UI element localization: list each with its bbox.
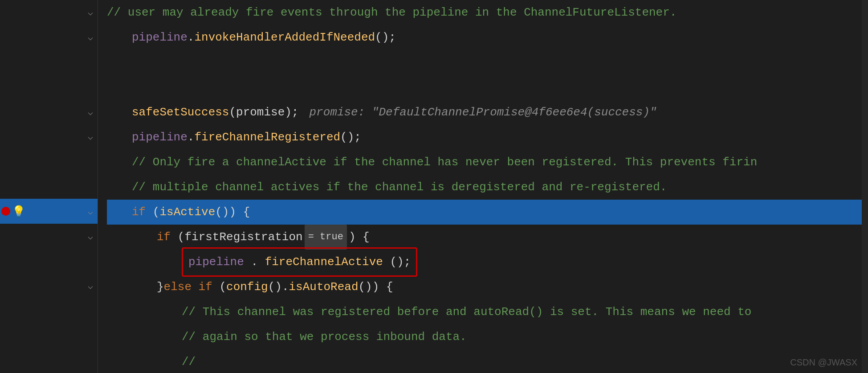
gutter-line-15 (27, 348, 98, 373)
gutter-left-line-3 (0, 50, 27, 75)
line9-if: if (132, 200, 146, 225)
line12-config: config (226, 275, 268, 299)
gutter-line-8 (27, 174, 98, 199)
gutter-left-line-4 (0, 74, 27, 99)
gutter-left-line-10 (0, 224, 27, 249)
gutter-line-10: ⌵ (27, 224, 98, 249)
gutter-line-11 (27, 249, 98, 274)
line6-dot: . (187, 125, 195, 150)
code-line-3 (107, 50, 868, 75)
red-dot-icon (1, 207, 10, 216)
code-content: // user may already fire events through … (98, 0, 868, 373)
gutter-line-14 (27, 323, 98, 348)
gutter-line-2: ⌵ (27, 25, 98, 50)
fold-arrow-12[interactable]: ⌵ (88, 280, 93, 291)
line6-method: fireChannelRegistered (194, 125, 340, 150)
code-line-7: // Only fire a channelActive if the chan… (107, 150, 868, 175)
gutter-left-line-11 (0, 249, 27, 274)
code-line-8: // multiple channel actives if the chann… (107, 175, 868, 200)
code-line-4 (107, 75, 868, 100)
vertical-scrollbar[interactable] (862, 0, 868, 373)
gutter-line-3 (27, 50, 98, 75)
line7-comment: // Only fire a channelActive if the chan… (132, 150, 757, 175)
code-line-6: pipeline . fireChannelRegistered (); (107, 125, 868, 150)
code-line-13: // This channel was registered before an… (107, 299, 868, 324)
line2-method: invokeHandlerAddedIfNeeded (194, 25, 375, 50)
line12-paren1: ( (212, 275, 226, 299)
line2-paren: (); (375, 25, 396, 50)
gutter-left-icons: 💡 (0, 0, 27, 373)
code-line-14: // again so that we process inbound data… (107, 324, 868, 349)
code-line-12: } else if ( config (). isAutoRead ()) { (107, 275, 868, 299)
line2-pipeline: pipeline (132, 25, 187, 50)
fold-arrow-1[interactable]: ⌵ (88, 7, 93, 18)
code-line-10: if (firstRegistration = true ) { (107, 225, 868, 250)
fold-arrow-6[interactable]: ⌵ (88, 131, 93, 142)
fold-arrow-2[interactable]: ⌵ (88, 32, 93, 43)
fire-channel-active-box: pipeline . fireChannelActive (); (182, 247, 417, 277)
line11-method: fireChannelActive (265, 255, 383, 269)
fold-arrow-9[interactable]: ⌵ (88, 206, 93, 217)
line11-pipeline: pipeline (188, 255, 244, 269)
gutter-left-line-15 (0, 348, 27, 373)
line10-if: if (157, 225, 171, 250)
line12-brace: } (157, 275, 164, 299)
code-area: // user may already fire events through … (98, 0, 868, 373)
gutter-left-line-6 (0, 124, 27, 149)
line9-paren2: ()) { (215, 200, 250, 225)
code-line-11: pipeline . fireChannelActive (); (107, 250, 868, 275)
line11-paren: (); (390, 255, 411, 269)
gutter-line-13 (27, 299, 98, 324)
line13-comment: // This channel was registered before an… (182, 299, 751, 324)
gutter-left-line-7 (0, 149, 27, 174)
line1-comment: // user may already fire events through … (107, 0, 676, 25)
code-line-2: pipeline . invokeHandlerAddedIfNeeded ()… (107, 25, 868, 50)
line8-comment: // multiple channel actives if the chann… (132, 175, 667, 200)
code-line-9: if ( isActive ()) { (107, 200, 868, 225)
line10-paren2: ) { (349, 225, 370, 250)
gutter-left-line-5 (0, 99, 27, 124)
fold-arrow-10[interactable]: ⌵ (88, 231, 93, 242)
line10-paren1: (firstRegistration (171, 225, 302, 250)
line6-pipeline: pipeline (132, 125, 187, 150)
gutter-left-line-14 (0, 323, 27, 348)
line14-comment: // again so that we process inbound data… (182, 324, 467, 349)
code-line-15: // (107, 349, 868, 373)
watermark: CSDN @JWASX (790, 357, 857, 368)
gutter-line-12: ⌵ (27, 274, 98, 299)
gutter-left-line-8 (0, 174, 27, 199)
gutter-line-4 (27, 74, 98, 99)
line12-isautoread: isAutoRead (289, 275, 358, 299)
line12-dot1: (). (268, 275, 289, 299)
line10-inline-value: = true (305, 225, 347, 250)
line9-paren1: ( (146, 200, 159, 225)
line2-dot: . (187, 25, 195, 50)
line12-paren2: ()) { (359, 275, 393, 299)
code-line-1: // user may already fire events through … (107, 0, 868, 25)
line5-method: safeSetSuccess (132, 100, 229, 125)
line11-dot: . (251, 255, 258, 269)
line9-method: isActive (159, 200, 215, 225)
gutter-left-line-12 (0, 274, 27, 299)
gutter-left-line-1 (0, 0, 27, 25)
line15-comment: // (182, 349, 196, 373)
gutter-line-6: ⌵ (27, 124, 98, 149)
gutter-left-line-13 (0, 299, 27, 324)
line6-paren: (); (340, 125, 361, 150)
line5-paren: (promise); (229, 100, 298, 125)
editor-container: 💡 ⌵ ⌵ ⌵ ⌵ ⌵ ⌵ ⌵ (0, 0, 868, 373)
gutter-line-5: ⌵ (27, 99, 98, 124)
gutter-line-7 (27, 149, 98, 174)
gutter-left-line-2 (0, 25, 27, 50)
gutter-line-1: ⌵ (27, 0, 98, 25)
gutter-line-9: ⌵ (27, 199, 98, 224)
line-gutter: ⌵ ⌵ ⌵ ⌵ ⌵ ⌵ ⌵ (27, 0, 98, 373)
code-line-5: safeSetSuccess (promise); promise: "Defa… (107, 100, 868, 125)
gutter-left-line-9: 💡 (0, 199, 27, 224)
fold-arrow-5[interactable]: ⌵ (88, 107, 93, 118)
line12-elseif: else if (164, 275, 212, 299)
line5-inline-comment: promise: "DefaultChannelPromise@4f6ee6e4… (309, 100, 656, 125)
bulb-icon[interactable]: 💡 (12, 205, 25, 218)
